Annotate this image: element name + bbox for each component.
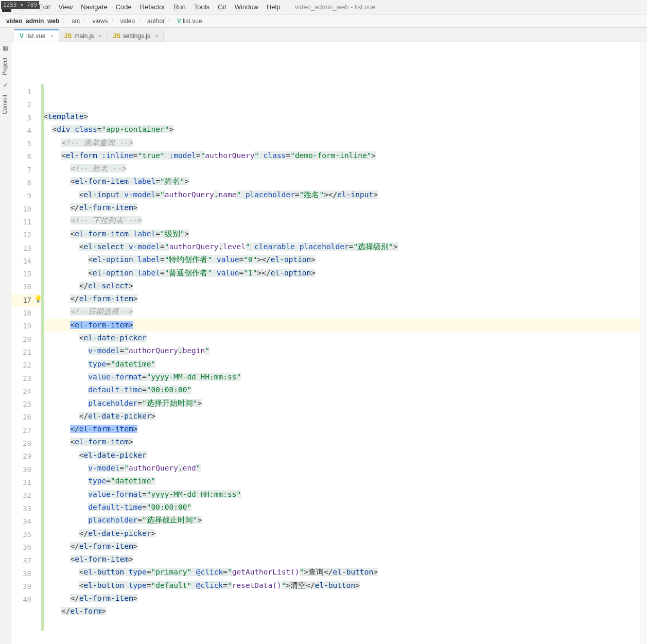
line-number: 16 [11, 281, 41, 293]
menu-window[interactable]: Window [231, 3, 263, 11]
crumb-views[interactable]: views [90, 18, 110, 25]
menu-run[interactable]: Run [169, 3, 190, 11]
gutter: 1234567891011121314151617181920212223242… [11, 84, 41, 631]
close-icon[interactable]: × [50, 33, 53, 39]
line-number: 18 [11, 307, 41, 320]
line-number: 21 [11, 346, 41, 359]
tab-settings.js[interactable]: JSsettings.js× [108, 30, 164, 42]
menu-git[interactable]: Git [214, 3, 231, 11]
menu-view[interactable]: View [54, 3, 77, 11]
code-line-11[interactable]: <el-select v-model="authorQuery.level" c… [41, 240, 647, 253]
code-line-7[interactable]: <el-input v-model="authorQuery.name" pla… [41, 188, 647, 201]
code-line-21[interactable]: value-format="yyyy-MM-dd HH:mm:ss" [41, 371, 647, 384]
menu-refactor[interactable]: Refactor [136, 3, 169, 11]
code-line-6[interactable]: <el-form-item label="姓名"> [41, 175, 647, 188]
code-line-26[interactable]: <el-form-item> [41, 436, 647, 448]
code-editor[interactable]: <template> <div class="app-container"> <… [41, 84, 647, 631]
tabbar: Vlist.vue×JSmain.js×JSsettings.js× [0, 28, 647, 42]
code-line-14[interactable]: </el-select> [41, 280, 647, 292]
tab-list.vue[interactable]: Vlist.vue× [14, 29, 59, 42]
code-line-32[interactable]: placeholder="选择截止时间"> [41, 514, 647, 527]
line-number: 22 [11, 359, 41, 372]
sidebar-commit[interactable]: Commit [0, 91, 9, 118]
line-number: 33 [11, 502, 41, 515]
code-line-34[interactable]: </el-form-item> [41, 540, 647, 553]
code-line-25[interactable]: </el-form-item> [41, 423, 647, 436]
line-number: 5 [11, 137, 41, 150]
code-line-40[interactable] [41, 618, 647, 631]
line-number: 28 [11, 437, 41, 450]
line-number: 20 [11, 333, 41, 346]
project-icon[interactable]: ▦ [0, 42, 11, 54]
line-number: 37 [11, 554, 41, 567]
code-line-1[interactable]: <template> [41, 110, 647, 123]
code-line-36[interactable]: <el-button type="primary" @click="getAut… [41, 566, 647, 579]
code-line-19[interactable]: v-model="authorQuery.begin" [41, 344, 647, 357]
editor-area: 1234567891011121314151617181920212223242… [11, 84, 647, 631]
line-number: 15 [11, 268, 41, 281]
code-line-29[interactable]: type="datetime" [41, 475, 647, 488]
sidebar-project[interactable]: Project [0, 54, 9, 79]
menu-help[interactable]: Help [263, 3, 285, 11]
code-line-5[interactable]: <!-- 姓名 --> [41, 162, 647, 175]
right-scrollbar[interactable] [640, 42, 647, 644]
code-line-17[interactable]: <el-form-item> [41, 319, 647, 332]
code-line-3[interactable]: <!-- 表单查询 --> [41, 136, 647, 149]
code-line-30[interactable]: value-format="yyyy-MM-dd HH:mm:ss" [41, 488, 647, 501]
code-line-28[interactable]: v-model="authorQuery.end" [41, 462, 647, 475]
code-line-8[interactable]: </el-form-item> [41, 201, 647, 214]
close-icon[interactable]: × [99, 33, 102, 39]
code-line-35[interactable]: <el-form-item> [41, 553, 647, 566]
line-number: 31 [11, 476, 41, 489]
sidebar-left: ▦ Project ✓ Commit [0, 42, 11, 644]
line-number: 10 [11, 203, 41, 216]
line-number: 1 [11, 85, 41, 98]
code-line-38[interactable]: </el-form-item> [41, 592, 647, 605]
code-line-18[interactable]: <el-date-picker [41, 332, 647, 344]
line-number: 29 [11, 450, 41, 463]
crumb-video[interactable]: video [118, 18, 137, 25]
commit-icon[interactable]: ✓ [0, 79, 11, 91]
line-number: 40 [11, 594, 41, 606]
code-line-16[interactable]: <!--日期选择--> [41, 305, 647, 318]
code-line-37[interactable]: <el-button type="default" @click="resetD… [41, 579, 647, 592]
code-line-39[interactable]: </el-form> [41, 605, 647, 618]
code-line-2[interactable]: <div class="app-container"> [41, 123, 647, 136]
code-line-27[interactable]: <el-date-picker [41, 449, 647, 462]
code-line-22[interactable]: default-time="00:00:00" [41, 384, 647, 396]
menu-tools[interactable]: Tools [190, 3, 214, 11]
code-line-4[interactable]: <el-form :inline="true" :model="authorQu… [41, 149, 647, 162]
window-title: video_admin_web - list.vue [295, 3, 376, 11]
menu-navigate[interactable]: Navigate [77, 3, 111, 11]
code-line-31[interactable]: default-time="00:00:00" [41, 501, 647, 514]
tab-label: list.vue [26, 32, 45, 40]
code-line-23[interactable]: placeholder="选择开始时间"> [41, 397, 647, 410]
code-line-33[interactable]: </el-date-picker> [41, 527, 647, 540]
menu-code[interactable]: Code [112, 3, 136, 11]
tab-main.js[interactable]: JSmain.js× [59, 30, 108, 42]
code-line-20[interactable]: type="datetime" [41, 358, 647, 371]
tab-label: main.js [75, 32, 94, 40]
breadcrumb: video_admin_web〉src〉views〉video〉author〉V… [0, 14, 647, 28]
line-number: 4 [11, 125, 41, 137]
code-line-13[interactable]: <el-option label="普通创作者" value="1"></el-… [41, 267, 647, 280]
code-line-9[interactable]: <!-- 下拉列表 --> [41, 214, 647, 227]
line-number: 13 [11, 242, 41, 255]
line-number: 8 [11, 177, 41, 189]
line-number: 38 [11, 567, 41, 580]
js-icon: JS [64, 32, 72, 40]
crumb-author[interactable]: author [145, 18, 167, 25]
crumb-src[interactable]: src [69, 18, 82, 25]
close-icon[interactable]: × [155, 33, 158, 39]
code-line-15[interactable]: </el-form-item> [41, 292, 647, 305]
line-number: 6 [11, 150, 41, 163]
code-line-10[interactable]: <el-form-item label="级别"> [41, 228, 647, 240]
code-line-12[interactable]: <el-option label="特约创作者" value="0"></el-… [41, 253, 647, 266]
line-number: 26 [11, 411, 41, 424]
menubar: FileEditViewNavigateCodeRefactorRunTools… [0, 0, 647, 14]
crumb-list.vue[interactable]: Vlist.vue [175, 18, 204, 25]
line-number: 19 [11, 320, 41, 333]
crumb-video_admin_web[interactable]: video_admin_web [4, 18, 61, 25]
vue-icon: V [20, 32, 24, 40]
code-line-24[interactable]: </el-date-picker> [41, 410, 647, 423]
